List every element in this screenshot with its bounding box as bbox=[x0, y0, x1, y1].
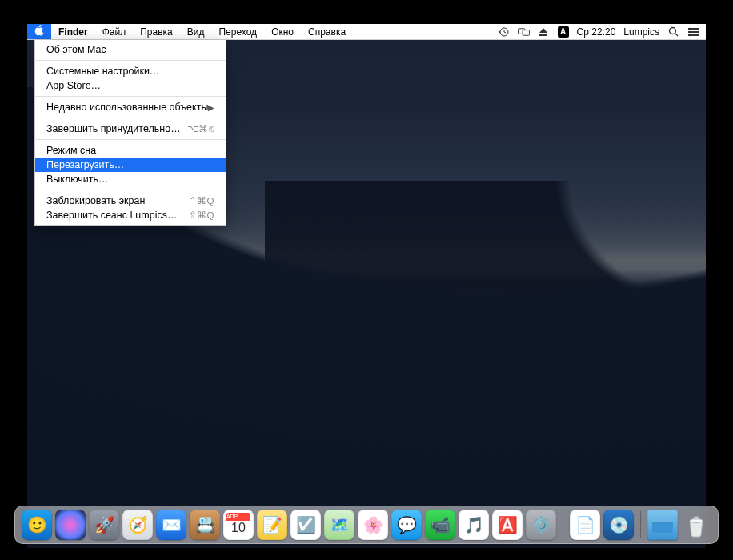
eject-icon[interactable] bbox=[538, 26, 550, 38]
input-source-badge[interactable]: А bbox=[558, 26, 569, 38]
dock-icon-daisydisk[interactable]: 💿 bbox=[603, 510, 634, 540]
apple-menu-dropdown: Об этом MacСистемные настройки…App Store… bbox=[34, 40, 226, 226]
menubar-item-5[interactable]: Справка bbox=[301, 24, 353, 39]
apple-menu-item[interactable]: Заблокировать экран⌃⌘Q bbox=[35, 194, 226, 208]
dock-icon-notes[interactable]: 📝 bbox=[257, 510, 287, 540]
calendar-month: АПР bbox=[226, 513, 250, 521]
menubar-item-2[interactable]: Вид bbox=[180, 24, 212, 39]
apple-menu-item-label: Недавно использованные объекты bbox=[46, 102, 208, 113]
apple-menu-item[interactable]: Выключить… bbox=[35, 172, 226, 186]
dock-icon-mail[interactable]: ✉️ bbox=[156, 510, 186, 540]
apple-menu-item[interactable]: Завершить сеанс Lumpics…⇧⌘Q bbox=[35, 208, 226, 222]
dock-icon-appstore[interactable]: 🅰️ bbox=[492, 510, 523, 540]
apple-menu-item-label: Системные настройки… bbox=[46, 66, 159, 77]
menu-separator bbox=[35, 190, 226, 190]
apple-menu-item[interactable]: App Store… bbox=[35, 78, 226, 93]
apple-menu-item-shortcut: ⌥⌘⎋ bbox=[187, 123, 215, 134]
apple-menu-item-shortcut: ⌃⌘Q bbox=[189, 195, 214, 206]
apple-menu-item[interactable]: Перезагрузить… bbox=[35, 158, 226, 172]
menubar-item-0[interactable]: Файл bbox=[95, 24, 134, 39]
dock-separator bbox=[640, 511, 641, 538]
menubar-left: Finder ФайлПравкаВидПереходОкноСправка bbox=[27, 24, 353, 39]
menubar-user[interactable]: Lumpics bbox=[623, 26, 659, 38]
svg-point-9 bbox=[688, 27, 690, 29]
apple-menu-item-label: Завершить принудительно… bbox=[46, 123, 181, 134]
menu-separator bbox=[35, 118, 226, 118]
displays-icon[interactable] bbox=[518, 26, 530, 38]
dock-icon-siri[interactable] bbox=[55, 510, 86, 540]
apple-menu-item[interactable]: Режим сна bbox=[35, 143, 226, 158]
time-machine-icon[interactable] bbox=[498, 26, 510, 38]
apple-menu-item-label: Завершить сеанс Lumpics… bbox=[46, 210, 177, 221]
dock-icon-downloads-folder[interactable] bbox=[647, 510, 678, 540]
svg-line-5 bbox=[675, 34, 679, 37]
dock-icon-calendar[interactable]: АПР10 bbox=[223, 510, 254, 540]
apple-menu-item-label: App Store… bbox=[46, 80, 101, 91]
apple-menu-item[interactable]: Об этом Mac bbox=[35, 42, 226, 57]
dock-icon-system-preferences[interactable]: ⚙️ bbox=[526, 510, 556, 540]
apple-menu-item[interactable]: Системные настройки… bbox=[35, 64, 226, 78]
dock-icon-contacts[interactable]: 📇 bbox=[190, 510, 220, 540]
notification-center-icon[interactable] bbox=[687, 26, 699, 38]
svg-rect-3 bbox=[539, 34, 547, 36]
svg-rect-2 bbox=[523, 30, 529, 35]
dock-icon-trash[interactable] bbox=[681, 510, 711, 540]
apple-menu-item[interactable]: Недавно использованные объекты▶ bbox=[35, 100, 226, 114]
menubar-app-name[interactable]: Finder bbox=[51, 24, 95, 39]
dock-icon-messages[interactable]: 💬 bbox=[391, 510, 422, 540]
dock-icon-facetime[interactable]: 📹 bbox=[425, 510, 455, 540]
trash-icon bbox=[683, 511, 710, 538]
apple-menu-item-label: Выключить… bbox=[46, 174, 109, 185]
menubar-right: А Ср 22:20 Lumpics bbox=[498, 24, 706, 39]
svg-rect-13 bbox=[694, 517, 699, 519]
dock: 🙂🚀🧭✉️📇АПР10📝☑️🗺️🌸💬📹🎵🅰️⚙️📄💿 bbox=[14, 506, 719, 544]
dock-icon-itunes[interactable]: 🎵 bbox=[459, 510, 489, 540]
svg-point-4 bbox=[670, 28, 676, 34]
calendar-day: 10 bbox=[223, 521, 254, 535]
apple-menu-item-label: Режим сна bbox=[46, 145, 96, 156]
menu-separator bbox=[35, 96, 226, 97]
dock-icon-photos[interactable]: 🌸 bbox=[358, 510, 388, 540]
folder-icon bbox=[651, 515, 675, 534]
svg-point-11 bbox=[688, 34, 690, 35]
menubar-item-4[interactable]: Окно bbox=[264, 24, 301, 39]
svg-point-10 bbox=[688, 30, 690, 32]
apple-logo-icon bbox=[34, 25, 44, 38]
apple-menu-item[interactable]: Завершить принудительно…⌥⌘⎋ bbox=[35, 122, 226, 136]
menubar-item-1[interactable]: Правка bbox=[133, 24, 180, 39]
apple-menu-item-shortcut: ⇧⌘Q bbox=[189, 210, 214, 221]
menubar-item-3[interactable]: Переход bbox=[211, 24, 264, 39]
spotlight-icon[interactable] bbox=[667, 26, 679, 38]
submenu-arrow-icon: ▶ bbox=[208, 103, 214, 112]
menubar: Finder ФайлПравкаВидПереходОкноСправка А… bbox=[27, 24, 706, 40]
apple-menu-button[interactable] bbox=[27, 24, 51, 39]
apple-menu-item-label: Об этом Mac bbox=[46, 44, 106, 55]
dock-icon-launchpad[interactable]: 🚀 bbox=[89, 510, 119, 540]
dock-separator bbox=[563, 511, 563, 538]
dock-icon-maps[interactable]: 🗺️ bbox=[324, 510, 354, 540]
menu-separator bbox=[35, 139, 226, 140]
menubar-clock[interactable]: Ср 22:20 bbox=[577, 26, 616, 38]
menu-separator bbox=[35, 60, 226, 61]
dock-container: 🙂🚀🧭✉️📇АПР10📝☑️🗺️🌸💬📹🎵🅰️⚙️📄💿 bbox=[27, 504, 706, 544]
apple-menu-item-label: Заблокировать экран bbox=[46, 195, 145, 206]
apple-menu-item-label: Перезагрузить… bbox=[46, 159, 124, 170]
dock-icon-finder[interactable]: 🙂 bbox=[22, 510, 52, 540]
dock-icon-reminders[interactable]: ☑️ bbox=[290, 510, 321, 540]
dock-icon-safari[interactable]: 🧭 bbox=[122, 510, 153, 540]
dock-icon-textedit[interactable]: 📄 bbox=[570, 510, 600, 540]
